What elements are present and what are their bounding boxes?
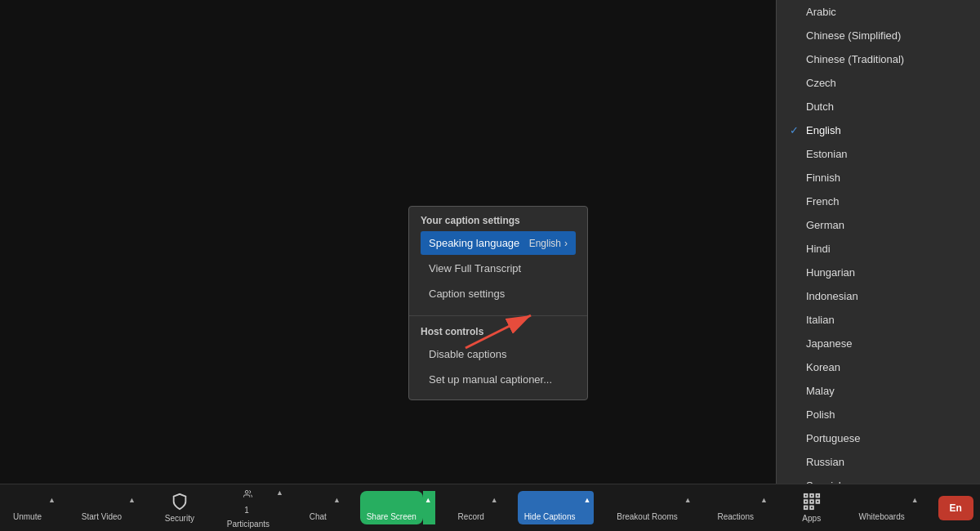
share-screen-button[interactable]: Share Screen: [360, 491, 423, 524]
apps-label: Apps: [802, 514, 821, 523]
lang-item-estonian[interactable]: Estonian: [777, 142, 980, 166]
chevron-up-icon: ▲: [48, 496, 56, 504]
lang-label: Chinese (Traditional): [806, 53, 904, 65]
apps-button[interactable]: Apps: [787, 489, 836, 526]
participants-arrow[interactable]: ▲: [276, 484, 287, 531]
speaking-language-value: English: [529, 238, 561, 249]
speaking-language-item[interactable]: Speaking language English ›: [421, 231, 576, 255]
reactions-button-group[interactable]: Reactions ▲: [711, 491, 771, 524]
share-screen-arrow[interactable]: ▲: [423, 491, 435, 524]
whiteboards-label: Whiteboards: [859, 512, 905, 521]
unmute-label: Unmute: [13, 512, 42, 521]
security-button[interactable]: Security: [155, 489, 204, 526]
unmute-button-group[interactable]: Unmute ▲: [7, 491, 59, 524]
lang-label: Japanese: [806, 337, 852, 350]
participants-label: Participants: [227, 520, 270, 529]
hide-captions-button[interactable]: Hide Captions: [518, 491, 582, 524]
record-label: Record: [458, 512, 484, 521]
chat-button-group[interactable]: Chat ▲: [303, 491, 344, 524]
svg-rect-29: [810, 506, 813, 510]
start-video-button-group[interactable]: Start Video ▲: [75, 491, 139, 524]
lang-item-french[interactable]: French: [777, 190, 980, 213]
record-arrow[interactable]: ▲: [491, 491, 501, 524]
unmute-button[interactable]: Unmute: [7, 491, 48, 524]
lang-item-italian[interactable]: Italian: [777, 308, 980, 332]
lang-item-chinese-simplified[interactable]: Chinese (Simplified): [777, 24, 980, 47]
lang-item-hungarian[interactable]: Hungarian: [777, 261, 980, 284]
lang-label: German: [806, 219, 844, 231]
language-dropdown-panel[interactable]: ArabicChinese (Simplified)Chinese (Tradi…: [776, 0, 980, 490]
breakout-rooms-arrow[interactable]: ▲: [684, 491, 695, 524]
unmute-arrow[interactable]: ▲: [48, 491, 59, 524]
lang-item-arabic[interactable]: Arabic: [777, 0, 980, 24]
your-caption-settings-section: Your caption settings Speaking language …: [409, 207, 587, 310]
start-video-arrow[interactable]: ▲: [128, 491, 139, 524]
lang-item-finnish[interactable]: Finnish: [777, 166, 980, 190]
whiteboards-button-group[interactable]: Whiteboards ▲: [853, 491, 922, 524]
lang-label: Indonesian: [806, 290, 858, 302]
record-button-group[interactable]: Record ▲: [452, 491, 501, 524]
setup-manual-captioner-label: Set up manual captioner...: [429, 373, 552, 386]
lang-item-german[interactable]: German: [777, 213, 980, 237]
hide-captions-button-group[interactable]: Hide Captions ▲: [518, 491, 595, 524]
chevron-up-icon-chat: ▲: [333, 496, 341, 504]
reactions-arrow[interactable]: ▲: [760, 491, 771, 524]
speaking-language-value-area: English ›: [529, 238, 568, 249]
checkmark-icon: ✓: [790, 124, 803, 136]
lang-label: English: [806, 124, 841, 136]
lang-label: Dutch: [806, 100, 834, 113]
lang-item-polish[interactable]: Polish: [777, 403, 980, 426]
view-transcript-item[interactable]: View Full Transcript: [421, 257, 576, 280]
caption-settings-popup: Your caption settings Speaking language …: [408, 206, 588, 400]
reactions-label: Reactions: [718, 512, 754, 521]
start-video-button[interactable]: Start Video: [75, 491, 128, 524]
disable-captions-item[interactable]: Disable captions: [421, 342, 576, 366]
lang-item-dutch[interactable]: Dutch: [777, 95, 980, 118]
breakout-rooms-label: Breakout Rooms: [617, 512, 677, 521]
video-area: ArabicChinese (Simplified)Chinese (Tradi…: [0, 0, 980, 490]
lang-item-chinese-traditional[interactable]: Chinese (Traditional): [777, 47, 980, 71]
apps-icon: [803, 493, 821, 511]
reactions-button[interactable]: Reactions: [711, 491, 760, 524]
lang-item-indonesian[interactable]: Indonesian: [777, 284, 980, 308]
disable-captions-label: Disable captions: [429, 348, 506, 360]
participants-icon: [243, 489, 252, 498]
chat-label: Chat: [310, 512, 327, 521]
lang-item-hindi[interactable]: Hindi: [777, 237, 980, 261]
toolbar: Unmute ▲ Start Video ▲ Se: [0, 484, 980, 531]
chat-button[interactable]: Chat: [303, 491, 333, 524]
lang-label: Malay: [806, 385, 835, 397]
share-screen-button-group[interactable]: Share Screen ▲: [360, 491, 435, 524]
whiteboards-arrow[interactable]: ▲: [911, 491, 922, 524]
lang-item-malay[interactable]: Malay: [777, 379, 980, 403]
caption-settings-item[interactable]: Caption settings: [421, 282, 576, 306]
chevron-up-icon-video: ▲: [128, 496, 136, 504]
record-button[interactable]: Record: [452, 491, 491, 524]
lang-item-czech[interactable]: Czech: [777, 71, 980, 95]
chevron-up-icon-wb: ▲: [911, 496, 919, 504]
breakout-rooms-button[interactable]: Breakout Rooms: [610, 491, 684, 524]
host-controls-title: Host controls: [409, 321, 587, 342]
breakout-rooms-button-group[interactable]: Breakout Rooms ▲: [610, 491, 694, 524]
view-transcript-label: View Full Transcript: [429, 262, 521, 274]
chat-arrow[interactable]: ▲: [333, 491, 344, 524]
lang-item-portuguese[interactable]: Portuguese: [777, 426, 980, 450]
hide-captions-arrow[interactable]: ▲: [581, 491, 594, 524]
participants-button-group[interactable]: 1 Participants ▲: [220, 484, 287, 531]
participants-button[interactable]: 1 Participants: [220, 484, 276, 531]
apps-icon-area: [803, 493, 821, 511]
end-button[interactable]: En: [938, 496, 973, 520]
lang-label: Arabic: [806, 6, 836, 18]
setup-manual-captioner-item[interactable]: Set up manual captioner...: [421, 368, 576, 391]
chevron-up-icon-share: ▲: [425, 496, 432, 504]
lang-item-russian[interactable]: Russian: [777, 450, 980, 474]
svg-rect-24: [816, 494, 819, 498]
chevron-right-icon: ›: [564, 238, 568, 249]
lang-item-korean[interactable]: Korean: [777, 355, 980, 379]
svg-rect-26: [810, 500, 813, 503]
svg-rect-27: [816, 500, 819, 503]
lang-item-english[interactable]: ✓English: [777, 118, 980, 142]
whiteboards-button[interactable]: Whiteboards: [853, 491, 911, 524]
lang-item-japanese[interactable]: Japanese: [777, 332, 980, 355]
svg-rect-25: [804, 500, 808, 503]
